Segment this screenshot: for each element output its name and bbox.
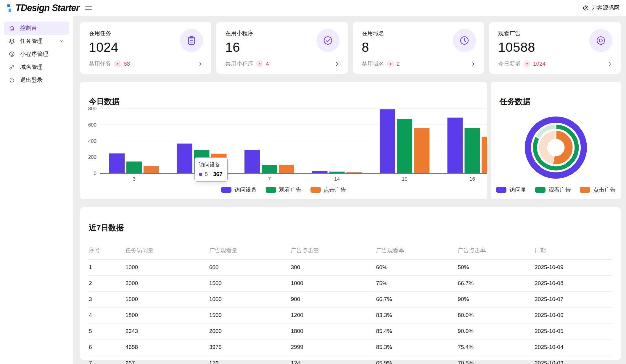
sidebar-item-miniprogram[interactable]: 小程序管理 <box>4 48 69 61</box>
bar-点击广告-7[interactable] <box>279 165 294 173</box>
app-header: TDesign Starter 刀客源码网 <box>0 0 626 16</box>
bar-点击广告-15[interactable] <box>414 128 429 173</box>
chevron-right-icon <box>470 61 477 67</box>
legend-item-访问量[interactable]: 访问量 <box>496 186 526 194</box>
stat-footer-value: 4 <box>266 61 269 67</box>
table-cell: 83.3% <box>376 308 458 323</box>
bar-访问设备-7[interactable] <box>244 150 260 173</box>
chevron-right-icon[interactable] <box>607 61 613 67</box>
charts-row: 今日数据 0200400600800357141516 访问设备观看广告点击广告… <box>80 82 621 199</box>
bar-点击广告-3[interactable] <box>144 166 159 173</box>
table-row: 523432000180085.4%90.0%2025-10-05 <box>89 323 612 339</box>
stat-footer-label: 禁用域名 <box>362 60 384 68</box>
tooltip-row: 5 367 <box>199 171 223 177</box>
table-card: 近7日数据 序号任务访问量广告观看量广告点击量广告观看率广告点击率日期 1100… <box>80 207 621 360</box>
sidebar-item-logout[interactable]: 退出登录 <box>4 74 69 87</box>
legend-swatch <box>496 187 506 193</box>
bar-访问设备-16[interactable] <box>448 118 463 173</box>
stat-card-icon-circle <box>453 29 476 52</box>
legend-item-观看广告[interactable]: 观看广告 <box>535 186 571 194</box>
sidebar: 控制台任务管理小程序管理域名管理退出登录 <box>0 16 73 364</box>
app-icon <box>9 51 15 57</box>
table-cell: 66.7% <box>376 292 458 308</box>
table-cell: 2000 <box>209 323 291 339</box>
table-cell: 300 <box>291 260 376 276</box>
power-icon <box>9 77 15 83</box>
table-cell: 4658 <box>125 339 209 355</box>
stat-card-domains: 在用域名8禁用域名2 <box>353 22 484 74</box>
table-cell: 1 <box>89 260 125 276</box>
table-cell: 124 <box>291 355 376 364</box>
legend-item-点击广告[interactable]: 点击广告 <box>310 186 346 194</box>
donut-chart-card: 任务数据 访问量观看广告点击广告 <box>491 82 621 199</box>
table-cell: 50% <box>458 260 535 276</box>
table-cell: 7 <box>89 355 125 364</box>
stat-card-icon-circle <box>180 29 203 52</box>
logo[interactable]: TDesign Starter <box>7 3 79 13</box>
stat-card-miniprograms: 在用小程序16禁用小程序4 <box>216 22 348 74</box>
stat-footer-label: 禁用小程序 <box>225 60 253 68</box>
trend-up-badge <box>387 60 394 67</box>
donut-chart[interactable] <box>491 103 621 183</box>
table-cell: 3975 <box>209 339 291 355</box>
y-tick-label: 400 <box>88 138 96 144</box>
stat-card-footer: 禁用域名2 <box>362 60 477 68</box>
bar-观看广告-7[interactable] <box>262 165 277 173</box>
legend-item-访问设备[interactable]: 访问设备 <box>221 186 257 194</box>
table-cell: 80.0% <box>458 308 535 323</box>
user-menu[interactable]: 刀客源码网 <box>582 4 619 12</box>
stat-card-ads: 观看广告10588今日新增1024 <box>489 22 621 74</box>
bar-访问设备-14[interactable] <box>312 171 328 173</box>
legend-item-观看广告[interactable]: 观看广告 <box>266 186 302 194</box>
layers-icon <box>9 38 15 44</box>
stat-card-footer: 禁用任务88 <box>89 60 204 68</box>
table-cell: 1500 <box>209 308 291 323</box>
y-tick-label: 600 <box>88 122 96 128</box>
stat-card-tasks: 在用任务1024禁用任务88 <box>80 22 211 74</box>
legend-label: 观看广告 <box>279 186 302 194</box>
chevron-down-icon[interactable] <box>59 38 64 44</box>
y-tick-label: 200 <box>88 154 96 160</box>
chevron-right-icon[interactable] <box>197 61 204 67</box>
table-cell: 1000 <box>291 276 376 292</box>
bar-访问设备-3[interactable] <box>109 153 125 173</box>
table-header-cell: 广告观看率 <box>376 243 458 260</box>
stat-footer-label: 禁用任务 <box>89 60 111 68</box>
stat-footer-value: 1024 <box>533 61 545 67</box>
chevron-right-icon[interactable] <box>334 61 340 67</box>
table-cell: 2025-10-08 <box>535 276 612 292</box>
table-header-cell: 广告观看量 <box>209 243 291 260</box>
trend-up-badge <box>523 60 530 67</box>
menu-toggle-icon[interactable] <box>85 5 92 11</box>
bar-访问设备-15[interactable] <box>380 109 395 173</box>
bar-访问设备-5[interactable] <box>177 144 192 173</box>
bar-观看广告-3[interactable] <box>126 161 142 173</box>
table-cell: 2999 <box>291 339 376 355</box>
table-cell: 70.5% <box>458 355 535 364</box>
table-cell: 2025-10-07 <box>535 292 612 308</box>
arrow-up-icon <box>525 62 529 66</box>
sidebar-item-domains[interactable]: 域名管理 <box>4 61 69 74</box>
sidebar-item-console[interactable]: 控制台 <box>4 22 69 35</box>
sidebar-item-tasks[interactable]: 任务管理 <box>4 35 69 48</box>
chevron-right-icon <box>607 61 613 67</box>
table-cell: 2025-10-03 <box>535 355 612 364</box>
legend-label: 点击广告 <box>324 186 346 194</box>
table-cell: 90% <box>458 292 535 308</box>
table-cell: 1000 <box>209 292 291 308</box>
legend-swatch <box>266 187 276 193</box>
x-tick-label: 16 <box>469 176 475 182</box>
bar-观看广告-16[interactable] <box>465 128 480 173</box>
chevron-right-icon[interactable] <box>470 61 477 67</box>
bar-观看广告-15[interactable] <box>397 119 412 173</box>
bar-chart[interactable]: 0200400600800357141516 <box>80 103 487 183</box>
y-tick-label: 0 <box>94 171 96 176</box>
table-cell: 2025-10-05 <box>535 323 612 339</box>
sidebar-item-label: 域名管理 <box>20 63 43 71</box>
bar-点击广告-16[interactable] <box>482 137 487 173</box>
legend-item-点击广告[interactable]: 点击广告 <box>580 186 616 194</box>
stat-footer-value: 2 <box>397 61 400 67</box>
table-cell: 85.4% <box>376 323 458 339</box>
arrow-up-icon <box>258 62 262 66</box>
sidebar-item-label: 控制台 <box>20 24 37 32</box>
